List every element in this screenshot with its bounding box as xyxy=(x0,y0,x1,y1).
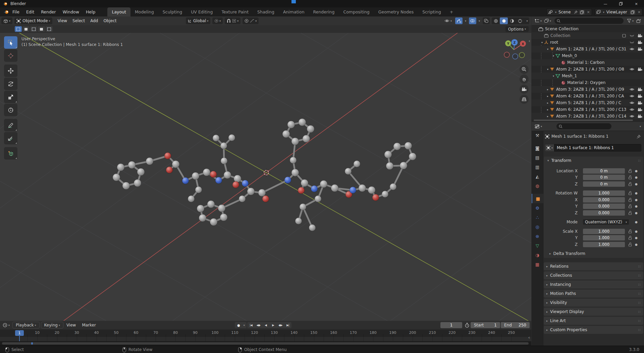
atom-c[interactable] xyxy=(247,188,255,195)
lock-icon[interactable] xyxy=(628,236,632,240)
panel-custom-properties[interactable]: ▸Custom Properties∷ xyxy=(544,326,643,334)
outliner-row[interactable]: ▸Atom 6: 2AZ8 1 / A / 3TL 200 / C13 xyxy=(532,106,644,113)
menu-window[interactable]: Window xyxy=(59,9,83,14)
properties-tab-texture[interactable]: ▦ xyxy=(532,260,543,269)
workspace-tab-geometry-nodes[interactable]: Geometry Nodes xyxy=(374,7,418,16)
atom-c[interactable] xyxy=(113,174,120,181)
workspace-tab-sculpting[interactable]: Sculpting xyxy=(158,7,186,16)
atom-o[interactable] xyxy=(166,167,173,173)
animate-dot[interactable]: ● xyxy=(635,205,638,208)
outliner-horizontal-scrollbar[interactable] xyxy=(534,120,633,121)
viewlayer-selector[interactable]: ▾ ViewLayer ✕ xyxy=(595,8,643,16)
properties-tab-view-layer[interactable]: ▥ xyxy=(532,162,543,172)
panel-drag-handle[interactable]: ∷ xyxy=(638,265,641,268)
atom-c[interactable] xyxy=(354,161,360,167)
timeline-channel-area[interactable] xyxy=(0,337,531,341)
disclosure-down-icon[interactable]: ▾ xyxy=(546,48,550,51)
value-field[interactable]: 0 m xyxy=(583,168,625,174)
gizmos-toggle[interactable] xyxy=(455,17,463,24)
workspace-tab-layout[interactable]: Layout xyxy=(107,7,130,16)
snapping-group[interactable]: ▾ xyxy=(225,17,240,24)
panel-motion-paths[interactable]: ▸Motion Paths∷ xyxy=(544,290,643,298)
next-keyframe-button[interactable]: ◆▶ xyxy=(277,322,284,328)
current-frame-field[interactable]: 1 xyxy=(440,322,462,328)
disclosure-right-icon[interactable]: ▸ xyxy=(546,101,550,104)
viewport-menu-object[interactable]: Object xyxy=(101,18,119,23)
close-button[interactable]: × xyxy=(629,0,644,7)
properties-search-field[interactable] xyxy=(556,123,611,129)
workspace-tab-animation[interactable]: Animation xyxy=(279,7,309,16)
disclosure-down-icon[interactable]: ▾ xyxy=(551,75,555,78)
atom-c[interactable] xyxy=(172,161,179,168)
workspace-tab-shading[interactable]: Shading xyxy=(253,7,279,16)
shading-rendered-button[interactable] xyxy=(516,17,524,24)
properties-tab-material[interactable]: ◑ xyxy=(532,250,543,260)
tool-transform[interactable] xyxy=(4,104,17,116)
animate-dot[interactable]: ● xyxy=(635,243,638,246)
panel-drag-handle[interactable]: ∷ xyxy=(638,159,641,163)
toggle-ortho-button[interactable] xyxy=(520,95,529,104)
outliner-row[interactable]: ▾Mesh_0 xyxy=(532,52,644,59)
animate-dot[interactable]: ● xyxy=(635,236,638,239)
atom-c[interactable] xyxy=(192,172,199,180)
select-mode-extend[interactable] xyxy=(22,26,30,32)
shading-dropdown[interactable]: ▾ xyxy=(524,17,529,24)
atom-c[interactable] xyxy=(134,179,141,187)
animate-dot[interactable]: ● xyxy=(635,191,638,195)
workspace-tab-+[interactable]: + xyxy=(445,7,458,16)
unlink-scene-button[interactable]: ✕ xyxy=(585,10,592,14)
properties-options-dropdown[interactable]: ▾ xyxy=(637,123,642,130)
shading-wireframe-button[interactable] xyxy=(492,17,500,24)
atom-c[interactable] xyxy=(220,214,227,221)
tool-tweak-select[interactable] xyxy=(4,36,17,49)
atom-c[interactable] xyxy=(224,171,231,179)
proportional-editing-group[interactable]: ▾ xyxy=(243,17,259,24)
outliner-filter-button[interactable]: ▾ xyxy=(626,17,635,24)
pin-id-icon[interactable] xyxy=(637,135,641,139)
lock-icon[interactable] xyxy=(628,169,632,173)
lock-icon[interactable] xyxy=(628,211,632,215)
atom-n[interactable] xyxy=(242,180,249,187)
atom-c[interactable] xyxy=(282,130,290,138)
atom-c[interactable] xyxy=(393,143,401,150)
atom-c[interactable] xyxy=(390,183,396,190)
select-mode-intersect[interactable] xyxy=(46,26,53,32)
maximize-button[interactable] xyxy=(613,0,629,7)
viewlayer-name[interactable]: ViewLayer xyxy=(604,10,629,14)
atom-c[interactable] xyxy=(188,195,195,202)
properties-tab-output[interactable]: ▤ xyxy=(532,153,543,162)
properties-editor-type-selector[interactable]: ▾ xyxy=(533,123,543,130)
lock-icon[interactable] xyxy=(628,198,632,202)
tool-cursor[interactable] xyxy=(4,49,17,62)
camera-view-button[interactable] xyxy=(520,85,529,94)
frame-start-field[interactable]: Start 1 xyxy=(471,322,500,328)
atom-c[interactable] xyxy=(122,182,130,189)
select-mode-subtract[interactable] xyxy=(30,26,37,32)
eye-toggle[interactable] xyxy=(628,47,636,51)
properties-tab-object-data[interactable]: ▽ xyxy=(532,241,543,250)
pin-icon[interactable] xyxy=(573,10,579,14)
value-field[interactable]: 0.000 xyxy=(583,204,625,209)
frame-end-field[interactable]: End 250 xyxy=(501,322,530,328)
atom-c[interactable] xyxy=(207,201,215,208)
camera-toggle[interactable] xyxy=(636,34,644,38)
atom-n[interactable] xyxy=(311,185,318,192)
animate-dot[interactable]: ● xyxy=(635,211,638,215)
value-field[interactable]: 0.000 xyxy=(583,210,625,216)
molecule-model[interactable] xyxy=(113,119,416,231)
atom-c[interactable] xyxy=(203,169,210,176)
atom-o[interactable] xyxy=(164,152,171,159)
outliner-editor-type-selector[interactable]: ▾ xyxy=(533,17,543,24)
tool-measure[interactable] xyxy=(4,132,17,144)
panel-drag-handle[interactable]: ∷ xyxy=(638,301,641,305)
outliner-row[interactable]: Collection xyxy=(532,32,644,39)
outliner-row[interactable]: ▸Atom 5: 2AZ8 1 / A / 3TL 200 / C xyxy=(532,99,644,106)
tool-annotate[interactable] xyxy=(4,119,17,131)
atom-o[interactable] xyxy=(232,181,239,188)
camera-toggle[interactable] xyxy=(636,94,644,98)
play-button[interactable]: ▶ xyxy=(269,322,277,328)
disclosure-down-icon[interactable]: ▾ xyxy=(546,68,550,71)
panel-collections[interactable]: ▸Collections∷ xyxy=(544,271,643,279)
workspace-tab-compositing[interactable]: Compositing xyxy=(339,7,374,16)
properties-tab-tool[interactable]: ⚒ xyxy=(532,131,543,140)
